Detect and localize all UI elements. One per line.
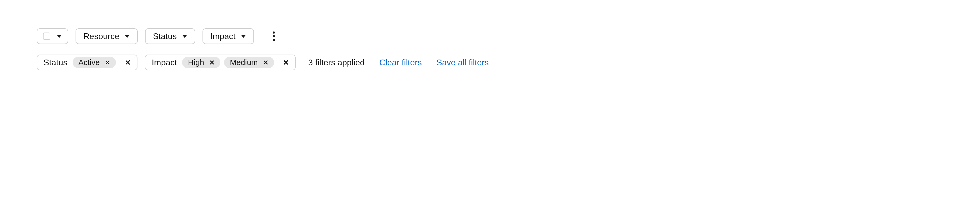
close-icon (263, 60, 268, 65)
remove-chip-button[interactable] (103, 58, 112, 67)
filter-group-status: Status Active (37, 54, 137, 70)
status-filter-label: Status (153, 32, 177, 41)
filter-chip: Medium (224, 57, 274, 68)
applied-filters-bar: Status Active Impact High (37, 54, 943, 70)
filter-chip-label: Medium (230, 58, 258, 67)
kebab-icon (273, 32, 275, 41)
remove-chip-button[interactable] (208, 58, 216, 67)
resource-filter-label: Resource (83, 32, 119, 41)
filter-chip: High (182, 57, 220, 68)
filter-group-label: Status (43, 58, 67, 67)
remove-chip-button[interactable] (261, 58, 270, 67)
checkbox-icon (43, 32, 50, 40)
remove-filter-group-button[interactable] (122, 58, 133, 67)
impact-filter-label: Impact (210, 32, 235, 41)
filter-group-label: Impact (152, 58, 177, 67)
bulk-select-dropdown[interactable] (37, 28, 68, 44)
impact-filter-dropdown[interactable]: Impact (202, 28, 254, 44)
caret-down-icon (57, 35, 62, 38)
remove-filter-group-button[interactable] (280, 58, 291, 67)
status-filter-dropdown[interactable]: Status (145, 28, 195, 44)
clear-filters-link[interactable]: Clear filters (379, 58, 422, 67)
filter-toolbar: Resource Status Impact (37, 28, 943, 44)
caret-down-icon (241, 35, 246, 38)
close-icon (125, 59, 130, 65)
more-options-button[interactable] (267, 29, 281, 43)
filter-chip-label: Active (78, 58, 100, 67)
filter-group-impact: Impact High Medium (145, 54, 295, 70)
resource-filter-dropdown[interactable]: Resource (76, 28, 138, 44)
close-icon (209, 60, 215, 65)
close-icon (283, 59, 289, 65)
caret-down-icon (182, 35, 187, 38)
close-icon (105, 60, 110, 65)
filter-chip-label: High (188, 58, 204, 67)
filters-applied-count: 3 filters applied (308, 58, 364, 67)
filter-chip: Active (73, 57, 116, 68)
caret-down-icon (125, 35, 130, 38)
save-all-filters-link[interactable]: Save all filters (436, 58, 489, 67)
